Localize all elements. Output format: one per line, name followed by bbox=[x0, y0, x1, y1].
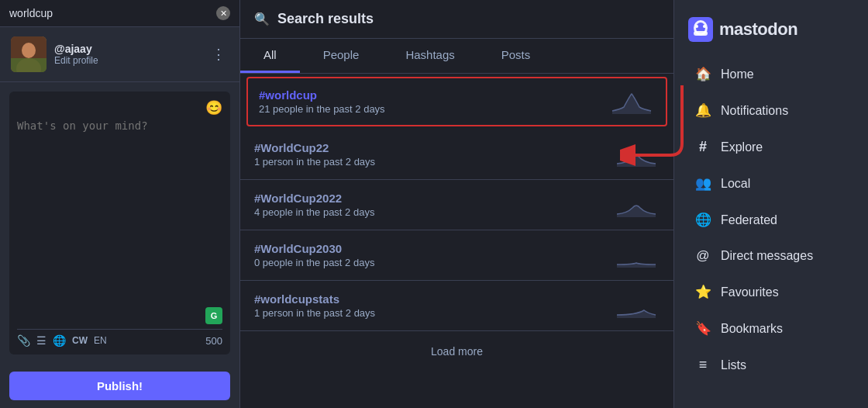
tab-people[interactable]: People bbox=[300, 39, 383, 73]
result-chart bbox=[613, 241, 660, 269]
search-input[interactable] bbox=[9, 7, 210, 19]
brand-logo-icon bbox=[688, 17, 713, 42]
nav-item-direct-messages[interactable]: @ Direct messages bbox=[680, 239, 862, 273]
nav-item-lists[interactable]: ≡ Lists bbox=[680, 347, 862, 382]
at-icon: @ bbox=[694, 248, 711, 264]
nav-item-bookmarks[interactable]: 🔖 Bookmarks bbox=[680, 311, 862, 346]
result-info: #WorldCup2022 4 people in the past 2 day… bbox=[254, 192, 613, 218]
char-count: 500 bbox=[205, 335, 222, 347]
result-tag: #worldcup bbox=[259, 88, 608, 102]
load-more-button[interactable]: Load more bbox=[240, 331, 673, 372]
nav-label-lists: Lists bbox=[721, 358, 746, 372]
result-tag: #WorldCup22 bbox=[254, 141, 613, 154]
nav-label-notifications: Notifications bbox=[721, 104, 788, 118]
result-info: #WorldCup2030 0 people in the past 2 day… bbox=[254, 242, 613, 268]
nav-item-notifications[interactable]: 🔔 Notifications bbox=[680, 93, 862, 128]
brand: mastodon bbox=[674, 8, 868, 56]
result-meta: 1 person in the past 2 days bbox=[254, 156, 613, 168]
result-chart bbox=[613, 292, 660, 320]
nav-item-home[interactable]: 🏠 Home bbox=[680, 57, 862, 92]
main-content: 🔍 Search results All People Hashtags Pos… bbox=[240, 0, 674, 408]
home-icon: 🏠 bbox=[694, 66, 711, 82]
list-nav-icon: ≡ bbox=[694, 357, 711, 373]
nav-label-direct-messages: Direct messages bbox=[721, 249, 813, 263]
result-row-worldcup2022[interactable]: #WorldCup2022 4 people in the past 2 day… bbox=[240, 180, 673, 230]
result-tag: #WorldCup2022 bbox=[254, 192, 613, 205]
svg-rect-8 bbox=[694, 31, 708, 36]
svg-point-10 bbox=[703, 25, 706, 28]
nav-label-federated: Federated bbox=[721, 213, 777, 227]
attach-icon[interactable]: 📎 bbox=[17, 334, 30, 347]
lang-button[interactable]: EN bbox=[94, 335, 107, 346]
bookmark-icon: 🔖 bbox=[694, 320, 711, 337]
tab-posts[interactable]: Posts bbox=[478, 39, 554, 73]
result-meta: 1 person in the past 2 days bbox=[254, 307, 613, 319]
brand-name: mastodon bbox=[719, 19, 797, 40]
globe-nav-icon: 🌐 bbox=[694, 212, 711, 228]
result-row-worldcup[interactable]: #worldcup 21 people in the past 2 days bbox=[246, 77, 667, 126]
publish-btn-wrapper: Publish! bbox=[0, 364, 239, 408]
result-tag: #WorldCup2030 bbox=[254, 242, 613, 255]
grammarly-button[interactable]: G bbox=[205, 307, 222, 324]
globe-icon[interactable]: 🌐 bbox=[53, 334, 66, 347]
nav-item-explore[interactable]: # Explore bbox=[680, 130, 862, 164]
people-icon: 👥 bbox=[694, 175, 711, 192]
left-sidebar: ✕ @ajaay Edit profile ⋮ 😊 G 📎 ☰ 🌐 CW EN … bbox=[0, 0, 240, 408]
hashtag-icon: # bbox=[694, 139, 711, 155]
nav-label-home: Home bbox=[721, 67, 754, 81]
profile-edit-label[interactable]: Edit profile bbox=[54, 55, 201, 66]
search-bar: ✕ bbox=[0, 0, 239, 27]
avatar bbox=[11, 36, 46, 72]
compose-toolbar: 📎 ☰ 🌐 CW EN 500 bbox=[17, 329, 222, 347]
result-chart bbox=[608, 88, 655, 116]
right-nav: mastodon 🏠 Home 🔔 Notifications # Explor… bbox=[674, 0, 868, 408]
svg-point-1 bbox=[22, 43, 36, 58]
result-chart bbox=[613, 140, 660, 168]
results-container: #worldcup 21 people in the past 2 days #… bbox=[240, 74, 673, 408]
profile-handle: @ajaay bbox=[54, 43, 201, 55]
list-icon[interactable]: ☰ bbox=[36, 334, 46, 347]
nav-label-bookmarks: Bookmarks bbox=[721, 322, 783, 336]
publish-button[interactable]: Publish! bbox=[9, 372, 230, 400]
result-row-worldcup2030[interactable]: #WorldCup2030 0 people in the past 2 day… bbox=[240, 230, 673, 281]
result-info: #worldcup 21 people in the past 2 days bbox=[259, 88, 608, 115]
search-icon: 🔍 bbox=[254, 12, 270, 26]
search-results-header: 🔍 Search results bbox=[240, 0, 673, 39]
nav-label-favourites: Favourites bbox=[721, 285, 779, 299]
cw-button[interactable]: CW bbox=[72, 335, 88, 346]
profile-menu-button[interactable]: ⋮ bbox=[208, 43, 229, 66]
bell-icon: 🔔 bbox=[694, 102, 711, 119]
star-icon: ⭐ bbox=[694, 284, 711, 300]
result-info: #worldcupstats 1 person in the past 2 da… bbox=[254, 292, 613, 319]
compose-textarea[interactable] bbox=[17, 119, 222, 307]
result-info: #WorldCup22 1 person in the past 2 days bbox=[254, 141, 613, 168]
emoji-button[interactable]: 😊 bbox=[205, 99, 222, 116]
result-row-worldcup22[interactable]: #WorldCup22 1 person in the past 2 days bbox=[240, 130, 673, 180]
nav-label-explore: Explore bbox=[721, 140, 763, 154]
search-tabs: All People Hashtags Posts bbox=[240, 39, 673, 74]
svg-point-9 bbox=[695, 25, 698, 28]
tab-hashtags[interactable]: Hashtags bbox=[382, 39, 477, 73]
tab-all[interactable]: All bbox=[240, 39, 300, 73]
result-meta: 0 people in the past 2 days bbox=[254, 257, 613, 268]
result-chart bbox=[613, 191, 660, 219]
results-list: #worldcup 21 people in the past 2 days #… bbox=[240, 74, 673, 408]
search-results-title: Search results bbox=[277, 11, 374, 27]
result-meta: 21 people in the past 2 days bbox=[259, 103, 608, 115]
profile-info: @ajaay Edit profile bbox=[54, 43, 201, 66]
compose-area: 😊 G 📎 ☰ 🌐 CW EN 500 bbox=[9, 92, 230, 354]
nav-label-local: Local bbox=[721, 177, 750, 191]
result-meta: 4 people in the past 2 days bbox=[254, 206, 613, 218]
profile-section: @ajaay Edit profile ⋮ bbox=[0, 27, 239, 82]
result-row-worldcupstats[interactable]: #worldcupstats 1 person in the past 2 da… bbox=[240, 281, 673, 331]
nav-item-federated[interactable]: 🌐 Federated bbox=[680, 202, 862, 237]
nav-item-local[interactable]: 👥 Local bbox=[680, 166, 862, 201]
nav-item-favourites[interactable]: ⭐ Favourites bbox=[680, 275, 862, 309]
svg-rect-3 bbox=[11, 58, 46, 72]
search-clear-button[interactable]: ✕ bbox=[216, 6, 230, 20]
result-tag: #worldcupstats bbox=[254, 292, 613, 306]
